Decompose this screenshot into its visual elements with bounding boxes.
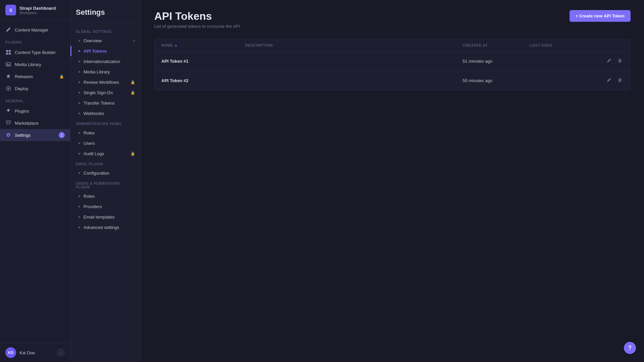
user-name: Kai Doe <box>19 350 53 355</box>
help-button[interactable]: ? <box>624 342 636 354</box>
settings-item-api-tokens-bullet <box>78 50 80 52</box>
settings-item-transfer-tokens[interactable]: Transfer Tokens <box>70 98 141 108</box>
sidebar-item-content-manager[interactable]: Content Manager <box>0 24 70 36</box>
settings-item-up-roles[interactable]: Roles <box>70 191 141 201</box>
settings-item-configuration[interactable]: Configuration <box>70 168 141 178</box>
sidebar-item-marketplace[interactable]: Marketplace <box>0 117 70 129</box>
settings-section-administration-panel: ADMINISTRATION PANEL <box>70 119 141 128</box>
sidebar-item-content-manager-label: Content Manager <box>15 27 65 33</box>
settings-item-users-bullet <box>78 142 80 144</box>
settings-item-overview-dot <box>133 40 135 42</box>
sidebar-item-settings[interactable]: Settings 1 <box>0 129 70 141</box>
sidebar: S Strapi Dashboard Workplace Content Man… <box>0 0 70 362</box>
token-name-1: API Token #1 <box>161 59 245 64</box>
settings-item-roles-label: Roles <box>84 130 95 135</box>
token-actions-1 <box>597 57 624 65</box>
page-header: API Tokens List of generated tokens to c… <box>154 10 631 29</box>
page-subtitle: List of generated tokens to consume the … <box>154 24 240 29</box>
settings-item-api-tokens-label: API Tokens <box>84 49 107 54</box>
sidebar-item-plugins[interactable]: Plugins <box>0 105 70 117</box>
settings-section-global-settings: GLOBAL SETTINGS <box>70 26 141 36</box>
settings-nav: GLOBAL SETTINGSOverviewAPI TokensInterna… <box>70 26 141 233</box>
active-indicator <box>70 46 71 56</box>
settings-item-webhooks-bullet <box>78 113 80 114</box>
settings-section-email-plugin: EMAIL PLUGIN <box>70 159 141 168</box>
plugins-section-label: PLUGINS <box>0 36 70 46</box>
sidebar-item-content-type-builder[interactable]: Content-Type Builder <box>0 46 70 58</box>
edit-token-2-button[interactable] <box>605 76 613 85</box>
settings-item-overview[interactable]: Overview <box>70 36 141 46</box>
settings-item-overview-label: Overview <box>84 38 102 43</box>
settings-item-email-templates[interactable]: Email templates <box>70 212 141 222</box>
col-name-label: NAME <box>161 43 173 47</box>
delete-token-2-button[interactable] <box>616 76 624 85</box>
settings-item-single-sign-on[interactable]: Single Sign-On🔒 <box>70 87 141 98</box>
api-tokens-table: NAME ▲ DESCRIPTION CREATED AT LAST USED … <box>154 39 631 90</box>
sidebar-item-content-type-builder-label: Content-Type Builder <box>15 50 65 55</box>
sidebar-item-releases[interactable]: Releases 🔒 <box>0 70 70 82</box>
settings-section-users-&-permissions-plugin: USERS & PERMISSIONS PLUGIN <box>70 178 141 191</box>
svg-point-6 <box>7 124 8 125</box>
page-title: API Tokens <box>154 10 240 22</box>
token-actions-2 <box>597 76 624 85</box>
settings-item-single-sign-on-lock-icon: 🔒 <box>130 90 135 95</box>
settings-divider <box>76 22 135 22</box>
content-type-icon <box>5 49 11 55</box>
settings-item-audit-logs-lock-icon: 🔒 <box>130 152 135 156</box>
edit-token-1-button[interactable] <box>605 57 613 65</box>
settings-item-media-library-label: Media Library <box>84 69 110 74</box>
settings-item-api-tokens[interactable]: API Tokens <box>70 46 141 56</box>
app-name: Strapi Dashboard <box>19 6 56 11</box>
sidebar-item-plugins-label: Plugins <box>15 109 65 114</box>
settings-item-roles[interactable]: Roles <box>70 128 141 138</box>
plugins-icon <box>5 108 11 114</box>
table-header: NAME ▲ DESCRIPTION CREATED AT LAST USED <box>155 39 630 52</box>
settings-item-audit-logs-label: Audit Logs <box>84 151 104 156</box>
settings-item-review-workflows[interactable]: Review Workflows🔒 <box>70 77 141 87</box>
collapse-sidebar-button[interactable]: ‹ <box>57 349 65 357</box>
token-created-at-2: 50 minutes ago <box>463 78 530 83</box>
settings-item-review-workflows-label: Review Workflows <box>84 80 119 85</box>
main-content: API Tokens List of generated tokens to c… <box>141 0 644 362</box>
settings-item-webhooks-label: Webhooks <box>84 111 104 116</box>
sort-icon: ▲ <box>174 44 178 47</box>
svg-rect-3 <box>9 53 11 55</box>
sidebar-nav: Content Manager PLUGINS Content-Type Bui… <box>0 20 70 343</box>
settings-item-single-sign-on-bullet <box>78 92 80 94</box>
create-api-token-button[interactable]: + Create new API Token <box>570 10 631 22</box>
settings-item-media-library[interactable]: Media Library <box>70 67 141 77</box>
sidebar-item-releases-label: Releases <box>15 74 55 79</box>
settings-item-transfer-tokens-label: Transfer Tokens <box>84 101 115 106</box>
table-row: API Token #2 50 minutes ago <box>155 71 630 90</box>
sidebar-item-deploy[interactable]: Deploy <box>0 82 70 95</box>
svg-rect-0 <box>6 50 8 52</box>
sidebar-header: S Strapi Dashboard Workplace <box>0 0 70 20</box>
settings-item-advanced-settings[interactable]: Advanced settings <box>70 222 141 233</box>
svg-point-7 <box>9 124 10 125</box>
sidebar-item-marketplace-label: Marketplace <box>15 121 65 126</box>
settings-item-users[interactable]: Users <box>70 138 141 148</box>
settings-item-single-sign-on-label: Single Sign-On <box>84 90 113 95</box>
settings-item-media-library-bullet <box>78 71 80 73</box>
settings-item-audit-logs[interactable]: Audit Logs🔒 <box>70 148 141 159</box>
releases-lock-icon: 🔒 <box>59 73 65 79</box>
settings-item-providers[interactable]: Providers <box>70 201 141 212</box>
releases-icon <box>5 73 11 79</box>
settings-item-roles-bullet <box>78 132 80 134</box>
svg-rect-4 <box>6 63 11 66</box>
settings-item-review-workflows-lock-icon: 🔒 <box>130 80 135 84</box>
sidebar-item-media-library[interactable]: Media Library <box>0 58 70 70</box>
settings-item-webhooks[interactable]: Webhooks <box>70 108 141 119</box>
settings-item-internationalization-label: Internationalization <box>84 59 120 64</box>
sidebar-footer: KD Kai Doe ‹ <box>0 343 70 362</box>
settings-item-providers-label: Providers <box>84 204 102 209</box>
svg-rect-1 <box>9 50 11 52</box>
settings-item-advanced-settings-label: Advanced settings <box>84 225 119 230</box>
delete-token-1-button[interactable] <box>616 57 624 65</box>
svg-point-8 <box>8 134 9 136</box>
app-info: Strapi Dashboard Workplace <box>19 6 56 15</box>
col-name[interactable]: NAME ▲ <box>161 43 245 47</box>
settings-item-email-templates-bullet <box>78 216 80 218</box>
settings-panel: Settings GLOBAL SETTINGSOverviewAPI Toke… <box>70 0 141 362</box>
settings-item-internationalization[interactable]: Internationalization <box>70 56 141 67</box>
